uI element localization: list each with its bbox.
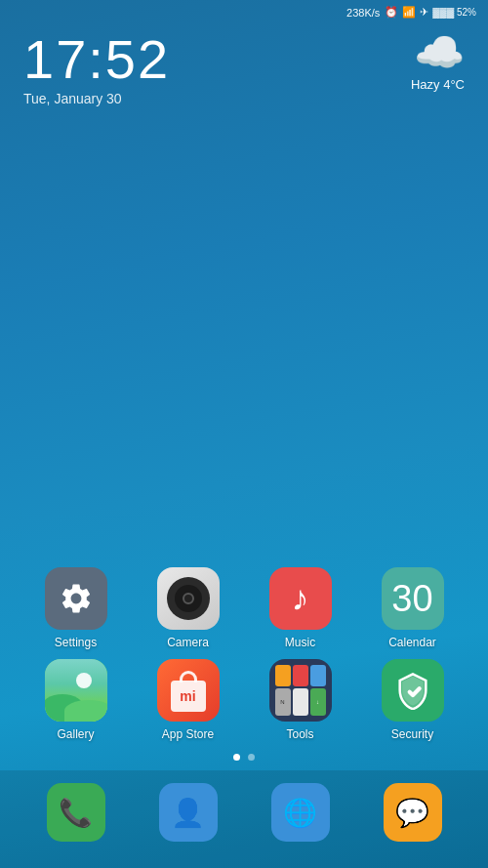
camera-app-icon [157,567,220,630]
security-label: Security [391,727,433,741]
music-note-icon: ♪ [292,578,309,619]
tool-cell-6: ↓ [310,688,326,716]
gear-icon [59,581,94,616]
music-label: Music [285,636,315,649]
page-dots [0,754,488,761]
security-app-icon [382,659,444,722]
dock-browser[interactable]: 🌐 [271,783,330,842]
app-gallery[interactable]: Gallery [32,659,120,741]
gallery-landscape-icon [45,659,107,722]
airplane-icon: ✈ [420,6,428,19]
clock-time: 17:52 [23,32,170,87]
app-settings[interactable]: Settings [32,567,120,649]
dock-contacts[interactable]: 👤 [159,783,218,842]
calendar-day-number: 30 [391,580,432,617]
weather-info: Hazy 4°C [411,77,465,92]
mi-bag-body-icon: mi [171,681,206,712]
dock-phone[interactable]: 📞 [47,783,105,842]
mi-text-icon: mi [180,688,195,704]
wifi-icon: 📶 [402,6,416,19]
mi-bag-icon: mi [168,669,209,712]
camera-label: Camera [167,636,209,649]
contacts-icon: 👤 [171,797,205,829]
appstore-label: App Store [162,727,214,741]
app-tools[interactable]: N ↓ Tools [257,659,345,741]
dock: 📞 👤 🌐 💬 [0,770,488,868]
weather-block: ☁️ Hazy 4°C [411,32,465,92]
status-bar: 238K/s ⏰ 📶 ✈ ▓▓▓ 52% [0,0,488,22]
phone-icon: 📞 [59,797,93,829]
app-calendar[interactable]: 30 Calendar [369,567,457,649]
gallery-hills-icon [45,694,107,722]
gallery-app-icon [45,659,107,722]
shield-icon [393,671,432,710]
settings-label: Settings [55,636,97,649]
tool-cell-3 [310,665,326,686]
time-block: 17:52 Tue, January 30 [23,32,170,106]
page-dot-1 [233,754,240,761]
page-dot-2 [248,754,255,761]
app-grid: Settings Camera ♪ Music 30 Calendar [0,567,488,751]
weather-temp: 4°C [443,77,465,92]
settings-app-icon [45,567,107,630]
status-icons: ⏰ 📶 ✈ ▓▓▓ 52% [385,6,476,19]
tool-cell-1 [275,665,291,686]
app-camera[interactable]: Camera [144,567,232,649]
tool-cell-5 [293,688,308,716]
gallery-sun-icon [76,673,92,688]
camera-lens-inner [175,585,202,612]
clock-date: Tue, January 30 [23,91,170,106]
alarm-icon: ⏰ [385,6,398,19]
time-weather-section: 17:52 Tue, January 30 ☁️ Hazy 4°C [0,22,488,106]
tools-label: Tools [286,727,313,741]
app-security[interactable]: Security [369,659,457,741]
app-appstore[interactable]: mi App Store [144,659,232,741]
calendar-app-icon: 30 [382,567,444,630]
dock-messages[interactable]: 💬 [384,783,442,842]
weather-condition: Hazy [411,77,440,92]
app-music[interactable]: ♪ Music [257,567,345,649]
browser-icon: 🌐 [283,797,317,829]
tools-grid-icon: N ↓ [269,659,332,722]
network-speed: 238K/s [346,7,380,19]
tool-cell-2 [293,665,308,686]
gallery-label: Gallery [57,727,94,741]
appstore-app-icon: mi [157,659,220,722]
cloud-icon: ☁️ [414,32,465,73]
gallery-hill2 [64,700,107,722]
camera-lens-outer [167,577,210,620]
battery-icon: ▓▓▓ 52% [432,7,476,18]
camera-lens-dot [183,593,194,604]
messages-icon: 💬 [395,797,429,829]
calendar-label: Calendar [388,636,436,649]
music-app-icon: ♪ [269,567,332,630]
tool-cell-4: N [275,688,291,716]
app-row-2: Gallery mi App Store N [20,659,468,741]
app-row-1: Settings Camera ♪ Music 30 Calendar [20,567,468,649]
tools-app-icon: N ↓ [269,659,332,722]
